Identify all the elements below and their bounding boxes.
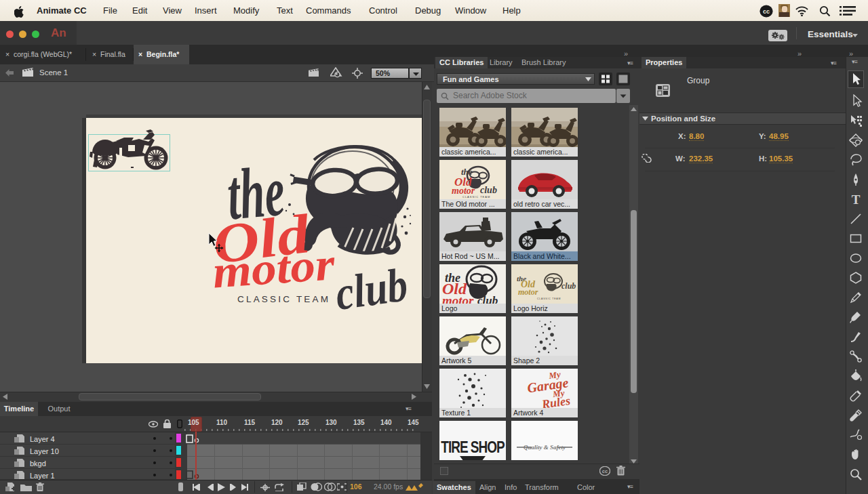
svg-text:CLASSIC TEAM: CLASSIC TEAM bbox=[462, 195, 490, 199]
svg-text:cc: cc bbox=[602, 468, 608, 474]
svg-text:motor: motor bbox=[518, 287, 538, 297]
svg-text:club: club bbox=[480, 185, 497, 195]
svg-text:club: club bbox=[332, 258, 411, 320]
svg-text:motor: motor bbox=[442, 293, 474, 304]
svg-text:cc: cc bbox=[763, 8, 770, 15]
svg-text:club: club bbox=[561, 281, 576, 291]
svg-text:CLASSIC TEAM: CLASSIC TEAM bbox=[537, 297, 561, 300]
svg-text:T: T bbox=[852, 192, 861, 206]
svg-text:TIRE SHOP: TIRE SHOP bbox=[441, 439, 505, 457]
svg-text:motor: motor bbox=[452, 186, 475, 196]
svg-text:club: club bbox=[477, 294, 498, 304]
svg-text:CLASSIC TEAM: CLASSIC TEAM bbox=[237, 294, 330, 304]
svg-text:motor: motor bbox=[211, 238, 336, 297]
svg-text:Quality & Safety: Quality & Safety bbox=[524, 444, 566, 451]
